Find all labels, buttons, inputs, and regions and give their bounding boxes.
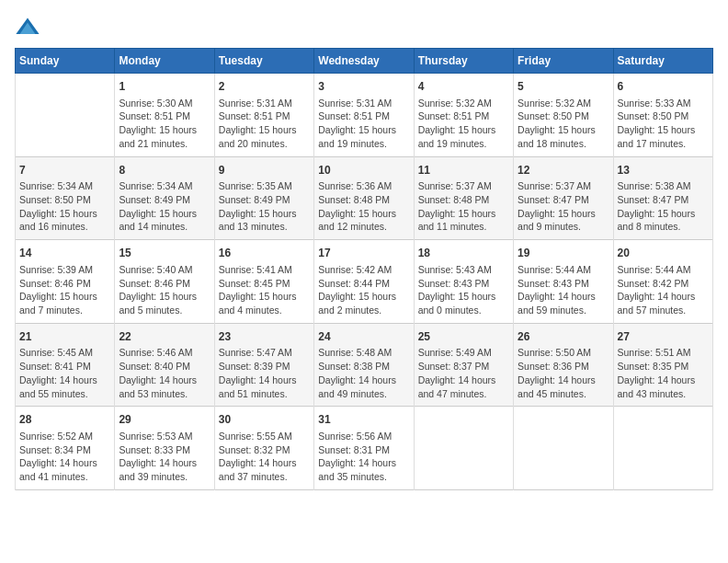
day-info: Sunrise: 5:35 AM Sunset: 8:49 PM Dayligh…	[219, 179, 310, 234]
day-info: Sunrise: 5:55 AM Sunset: 8:32 PM Dayligh…	[219, 430, 310, 484]
day-number: 26	[518, 329, 609, 345]
day-info: Sunrise: 5:42 AM Sunset: 8:44 PM Dayligh…	[318, 263, 409, 317]
day-info: Sunrise: 5:32 AM Sunset: 8:51 PM Dayligh…	[418, 97, 509, 151]
weekday-header-thursday: Thursday	[414, 49, 513, 74]
day-number: 27	[618, 329, 709, 345]
day-number: 5	[518, 79, 609, 95]
day-number: 12	[518, 163, 609, 178]
calendar-cell: 4Sunrise: 5:32 AM Sunset: 8:51 PM Daylig…	[414, 74, 513, 157]
day-info: Sunrise: 5:33 AM Sunset: 8:50 PM Dayligh…	[618, 97, 709, 151]
weekday-header-monday: Monday	[115, 49, 214, 74]
calendar-cell: 8Sunrise: 5:34 AM Sunset: 8:49 PM Daylig…	[115, 156, 214, 240]
calendar-cell: 31Sunrise: 5:56 AM Sunset: 8:31 PM Dayli…	[314, 407, 414, 490]
calendar-cell: 2Sunrise: 5:31 AM Sunset: 8:51 PM Daylig…	[214, 74, 313, 157]
day-info: Sunrise: 5:39 AM Sunset: 8:46 PM Dayligh…	[19, 263, 110, 317]
calendar-cell: 7Sunrise: 5:34 AM Sunset: 8:50 PM Daylig…	[16, 156, 115, 240]
day-info: Sunrise: 5:41 AM Sunset: 8:45 PM Dayligh…	[219, 263, 310, 317]
day-info: Sunrise: 5:34 AM Sunset: 8:50 PM Dayligh…	[19, 179, 110, 234]
day-info: Sunrise: 5:45 AM Sunset: 8:41 PM Dayligh…	[19, 346, 110, 400]
day-info: Sunrise: 5:49 AM Sunset: 8:37 PM Dayligh…	[418, 346, 509, 400]
day-info: Sunrise: 5:31 AM Sunset: 8:51 PM Dayligh…	[318, 97, 409, 151]
calendar-cell: 12Sunrise: 5:37 AM Sunset: 8:47 PM Dayli…	[514, 156, 613, 240]
calendar-cell: 1Sunrise: 5:30 AM Sunset: 8:51 PM Daylig…	[115, 74, 214, 157]
day-number: 6	[618, 79, 709, 95]
day-number: 8	[119, 163, 210, 178]
day-info: Sunrise: 5:38 AM Sunset: 8:47 PM Dayligh…	[618, 179, 709, 234]
calendar-cell: 13Sunrise: 5:38 AM Sunset: 8:47 PM Dayli…	[613, 156, 712, 240]
calendar-cell: 22Sunrise: 5:46 AM Sunset: 8:40 PM Dayli…	[115, 323, 214, 407]
calendar-cell: 9Sunrise: 5:35 AM Sunset: 8:49 PM Daylig…	[214, 156, 313, 240]
calendar-cell: 28Sunrise: 5:52 AM Sunset: 8:34 PM Dayli…	[16, 407, 115, 490]
calendar-week-row: 28Sunrise: 5:52 AM Sunset: 8:34 PM Dayli…	[16, 407, 713, 490]
calendar-cell: 14Sunrise: 5:39 AM Sunset: 8:46 PM Dayli…	[16, 240, 115, 324]
calendar-cell: 5Sunrise: 5:32 AM Sunset: 8:50 PM Daylig…	[514, 74, 613, 157]
calendar-cell: 21Sunrise: 5:45 AM Sunset: 8:41 PM Dayli…	[16, 323, 115, 407]
day-info: Sunrise: 5:48 AM Sunset: 8:38 PM Dayligh…	[318, 346, 409, 400]
day-info: Sunrise: 5:34 AM Sunset: 8:49 PM Dayligh…	[119, 179, 210, 234]
day-number: 14	[19, 246, 110, 261]
day-info: Sunrise: 5:47 AM Sunset: 8:39 PM Dayligh…	[219, 346, 310, 400]
calendar-cell: 10Sunrise: 5:36 AM Sunset: 8:48 PM Dayli…	[314, 156, 414, 240]
day-info: Sunrise: 5:53 AM Sunset: 8:33 PM Dayligh…	[119, 430, 210, 484]
calendar-week-row: 7Sunrise: 5:34 AM Sunset: 8:50 PM Daylig…	[16, 156, 713, 240]
day-info: Sunrise: 5:32 AM Sunset: 8:50 PM Dayligh…	[518, 97, 609, 151]
day-number: 17	[318, 246, 409, 261]
calendar-cell	[514, 407, 613, 490]
calendar-cell: 16Sunrise: 5:41 AM Sunset: 8:45 PM Dayli…	[214, 240, 313, 324]
day-info: Sunrise: 5:31 AM Sunset: 8:51 PM Dayligh…	[219, 97, 310, 151]
day-number: 19	[518, 246, 609, 261]
day-number: 10	[318, 163, 409, 178]
calendar-cell: 20Sunrise: 5:44 AM Sunset: 8:42 PM Dayli…	[613, 240, 712, 324]
day-info: Sunrise: 5:44 AM Sunset: 8:42 PM Dayligh…	[618, 263, 709, 317]
weekday-header-wednesday: Wednesday	[314, 49, 414, 74]
logo	[15, 15, 44, 40]
calendar-cell: 17Sunrise: 5:42 AM Sunset: 8:44 PM Dayli…	[314, 240, 414, 324]
calendar-week-row: 14Sunrise: 5:39 AM Sunset: 8:46 PM Dayli…	[16, 240, 713, 324]
calendar-cell: 19Sunrise: 5:44 AM Sunset: 8:43 PM Dayli…	[514, 240, 613, 324]
day-info: Sunrise: 5:40 AM Sunset: 8:46 PM Dayligh…	[119, 263, 210, 317]
calendar-header-row: SundayMondayTuesdayWednesdayThursdayFrid…	[16, 49, 713, 74]
calendar-cell	[16, 74, 115, 157]
calendar-cell: 3Sunrise: 5:31 AM Sunset: 8:51 PM Daylig…	[314, 74, 414, 157]
day-info: Sunrise: 5:44 AM Sunset: 8:43 PM Dayligh…	[518, 263, 609, 317]
calendar-cell: 11Sunrise: 5:37 AM Sunset: 8:48 PM Dayli…	[414, 156, 513, 240]
day-info: Sunrise: 5:56 AM Sunset: 8:31 PM Dayligh…	[318, 430, 409, 484]
day-number: 18	[418, 246, 509, 261]
day-number: 13	[618, 163, 709, 178]
day-number: 16	[219, 246, 310, 261]
calendar-week-row: 21Sunrise: 5:45 AM Sunset: 8:41 PM Dayli…	[16, 323, 713, 407]
day-number: 3	[318, 79, 409, 95]
calendar-cell: 15Sunrise: 5:40 AM Sunset: 8:46 PM Dayli…	[115, 240, 214, 324]
weekday-header-sunday: Sunday	[16, 49, 115, 74]
day-number: 11	[418, 163, 509, 178]
day-info: Sunrise: 5:36 AM Sunset: 8:48 PM Dayligh…	[318, 179, 409, 234]
day-number: 29	[119, 412, 210, 428]
day-number: 1	[119, 79, 210, 95]
calendar-cell	[613, 407, 712, 490]
calendar-cell: 27Sunrise: 5:51 AM Sunset: 8:35 PM Dayli…	[613, 323, 712, 407]
day-info: Sunrise: 5:46 AM Sunset: 8:40 PM Dayligh…	[119, 346, 210, 400]
calendar-cell	[414, 407, 513, 490]
day-info: Sunrise: 5:43 AM Sunset: 8:43 PM Dayligh…	[418, 263, 509, 317]
weekday-header-saturday: Saturday	[613, 49, 712, 74]
weekday-header-friday: Friday	[514, 49, 613, 74]
calendar-table: SundayMondayTuesdayWednesdayThursdayFrid…	[15, 48, 713, 490]
weekday-header-tuesday: Tuesday	[214, 49, 313, 74]
day-number: 20	[618, 246, 709, 261]
day-number: 28	[19, 412, 110, 428]
calendar-cell: 18Sunrise: 5:43 AM Sunset: 8:43 PM Dayli…	[414, 240, 513, 324]
calendar-week-row: 1Sunrise: 5:30 AM Sunset: 8:51 PM Daylig…	[16, 74, 713, 157]
calendar-cell: 30Sunrise: 5:55 AM Sunset: 8:32 PM Dayli…	[214, 407, 313, 490]
day-number: 2	[219, 79, 310, 95]
day-number: 24	[318, 329, 409, 345]
calendar-cell: 6Sunrise: 5:33 AM Sunset: 8:50 PM Daylig…	[613, 74, 712, 157]
day-info: Sunrise: 5:37 AM Sunset: 8:48 PM Dayligh…	[418, 179, 509, 234]
calendar-cell: 25Sunrise: 5:49 AM Sunset: 8:37 PM Dayli…	[414, 323, 513, 407]
day-info: Sunrise: 5:50 AM Sunset: 8:36 PM Dayligh…	[518, 346, 609, 400]
header	[15, 15, 713, 40]
day-number: 21	[19, 329, 110, 345]
day-number: 7	[19, 163, 110, 178]
day-number: 9	[219, 163, 310, 178]
day-number: 4	[418, 79, 509, 95]
logo-icon	[15, 15, 40, 40]
